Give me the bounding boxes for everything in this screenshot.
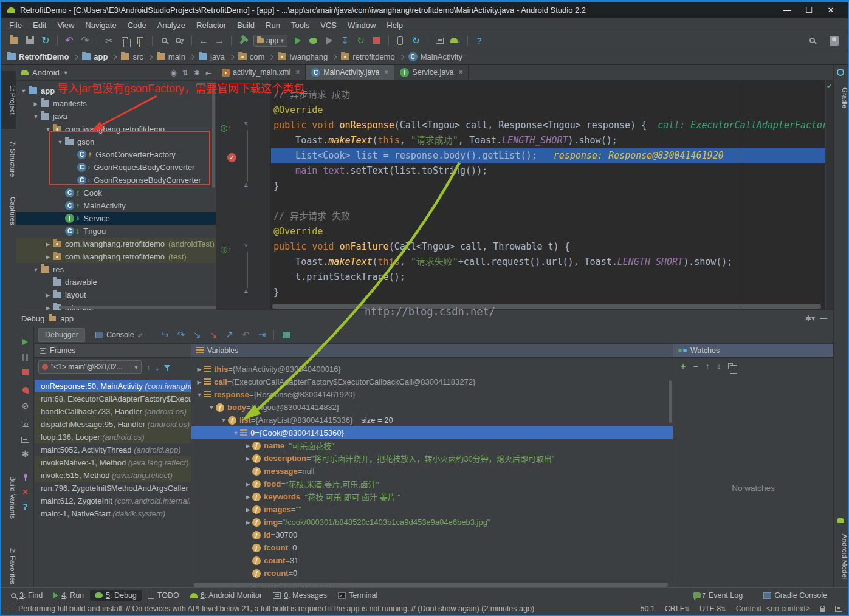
breadcrumb-retrofitdemo[interactable]: retrofitdemo — [341, 52, 394, 61]
paste-icon[interactable] — [135, 35, 146, 46]
variable-expand-arrow[interactable]: ▶ — [244, 507, 252, 513]
tool-strip-gradle[interactable]: Gradle — [834, 80, 848, 116]
debug-settings-gear-icon[interactable]: ✱▾ — [805, 314, 815, 323]
tool-strip----project[interactable]: 1: Project — [1, 71, 16, 129]
avd-icon[interactable] — [395, 35, 406, 46]
copy-icon[interactable] — [119, 35, 130, 46]
gear-icon[interactable]: ✱ — [194, 69, 200, 77]
variables-scrollbar-horizontal[interactable] — [194, 583, 668, 587]
inspection-status-icon[interactable]: ✔ — [827, 83, 832, 91]
variable-img[interactable]: ▶fimg = "/cook/080301/b848520c1403b1ca9d… — [191, 516, 673, 529]
help-icon[interactable]: ? — [16, 501, 34, 512]
variable-expand-arrow[interactable]: ▼ — [219, 417, 228, 423]
debug-minimize-icon[interactable]: — — [820, 314, 827, 323]
stack-frame[interactable]: invoke:515, Method (java.lang.reflect) — [35, 469, 191, 482]
tool-strip-android-model[interactable]: Android Model — [834, 528, 848, 586]
tree-item-drawable[interactable]: drawable — [16, 276, 216, 289]
menu-view[interactable]: View — [52, 19, 80, 31]
tree-expand-arrow[interactable]: ▶ — [43, 254, 53, 260]
tool-window-button-todo[interactable]: TODO — [143, 590, 184, 601]
code-line[interactable]: public void onFailure(Call<Tngou> call, … — [271, 239, 833, 255]
force-step-into-icon[interactable]: ↘ — [210, 329, 218, 340]
variable-expand-arrow[interactable]: ▼ — [195, 392, 204, 398]
debug-tab-debugger[interactable]: Debugger — [38, 328, 85, 342]
breadcrumb-main[interactable]: main — [157, 52, 185, 61]
tool-window-switcher-icon[interactable] — [7, 606, 13, 612]
variable-expand-arrow[interactable]: ▶ — [244, 481, 252, 487]
back-icon[interactable]: ← — [198, 35, 209, 46]
menu-build[interactable]: Build — [232, 19, 260, 31]
forward-icon[interactable]: → — [214, 35, 225, 46]
open-folder-icon[interactable] — [9, 35, 19, 46]
code-line[interactable]: t.printStackTrace(); — [271, 270, 833, 285]
tool-strip-build-variants[interactable]: Build Variants — [1, 460, 16, 536]
stack-frame[interactable]: loop:136, Looper (android.os) — [35, 431, 191, 443]
evaluate-expression-icon[interactable] — [283, 332, 290, 338]
tool-window-button-4--run[interactable]: 4: Run — [49, 590, 89, 601]
code-line[interactable] — [271, 194, 833, 209]
undo-icon[interactable]: ↶ — [64, 35, 75, 46]
fold-marker-top[interactable]: ▿ — [244, 120, 248, 128]
add-watch-icon[interactable]: + — [681, 361, 686, 371]
search-icon[interactable] — [806, 35, 817, 46]
find-icon[interactable] — [159, 35, 170, 46]
stack-frame[interactable]: main:-1, NativeStart (dalvik.system) — [35, 507, 191, 520]
variable-response[interactable]: ▼response = {Response@830041461920} — [191, 388, 673, 401]
save-icon[interactable] — [24, 35, 35, 46]
menu-window[interactable]: Window — [342, 19, 381, 31]
restart-icon[interactable]: ↻ — [356, 35, 366, 46]
run-to-cursor-icon[interactable]: ⇥ — [258, 329, 266, 340]
lock-icon[interactable] — [820, 608, 825, 612]
tree-expand-arrow[interactable]: ▶ — [43, 241, 53, 247]
tool-window-button-6--android-monitor[interactable]: 6: Android Monitor — [185, 590, 267, 601]
tree-item-com-iwanghang-retrofitdemo[interactable]: ▶com.iwanghang.retrofitdemo(androidTest) — [16, 238, 216, 250]
breadcrumb-java[interactable]: java — [199, 52, 225, 61]
stack-frame[interactable]: dispatchMessage:95, Handler (android.os) — [35, 418, 191, 431]
view-breakpoints-icon[interactable] — [16, 385, 34, 395]
tree-item-com-iwanghang-retrofitdemo[interactable]: ▶com.iwanghang.retrofitdemo(test) — [16, 250, 216, 263]
tree-expand-arrow[interactable]: ▶ — [43, 305, 53, 310]
tree-item-res[interactable]: ▼res — [16, 263, 216, 276]
move-watch-down-icon[interactable]: ↓ — [717, 361, 721, 371]
maximize-button[interactable]: ☐ — [798, 5, 820, 15]
caret-position[interactable]: 50:1 — [640, 604, 655, 613]
stack-frame[interactable]: main:612, ZygoteInit (com.android.intern… — [35, 495, 191, 507]
tool-strip-captures[interactable]: Captures — [1, 187, 16, 235]
code-line[interactable]: // 异步请求 成功 — [271, 87, 833, 103]
run-icon[interactable] — [292, 35, 303, 46]
tree-item-manifests[interactable]: ▶manifests — [16, 97, 216, 110]
thread-selector[interactable]: "<1> main"@830,02... ▾ — [38, 360, 142, 374]
coverage-icon[interactable] — [324, 35, 335, 46]
override-marker-icon[interactable]: I↑ — [221, 121, 232, 132]
build-icon[interactable] — [238, 35, 249, 46]
tool-strip----structure[interactable]: 7: Structure — [1, 126, 16, 193]
line-separator[interactable]: CRLF — [665, 604, 685, 613]
close-tab-icon[interactable]: × — [458, 68, 462, 77]
sdk-icon[interactable]: ↓ — [450, 35, 461, 46]
tool-window-button-gradle-console[interactable]: Gradle Console — [758, 590, 832, 601]
editor-scrollbar-horizontal[interactable] — [272, 304, 821, 309]
code-line[interactable]: @Override — [271, 103, 833, 118]
sync-icon[interactable]: ↻ — [40, 35, 51, 46]
pause-icon[interactable] — [16, 352, 34, 363]
mute-breakpoints-icon[interactable]: ⊘ — [16, 400, 34, 411]
tree-item-layout[interactable]: ▶layout — [16, 289, 216, 301]
variable-food[interactable]: ▶ffood = "花枝,米酒,姜片,可乐,卤汁" — [191, 477, 673, 490]
step-into-icon[interactable]: ↘ — [193, 329, 201, 340]
stack-frame[interactable]: invokeNative:-1, Method (java.lang.refle… — [35, 456, 191, 469]
variable-message[interactable]: fmessage = null — [191, 465, 673, 477]
menu-analyze[interactable]: Analyze — [152, 19, 191, 31]
code-line[interactable]: @Override — [271, 224, 833, 239]
tool-window-button-event-log[interactable]: 7Event Log — [688, 590, 748, 601]
override-marker-icon[interactable]: I↑ — [221, 243, 232, 254]
editor-tab-activity-main-xml[interactable]: xactivity_main.xml× — [216, 65, 306, 80]
help-icon[interactable]: ? — [474, 35, 485, 46]
fold-marker-bottom[interactable]: ▵ — [244, 180, 248, 188]
tree-item-gsonrequestbodyconverter[interactable]: C○GsonRequestBodyConverter — [16, 161, 216, 174]
thread-dropdown-caret[interactable]: ▾ — [131, 363, 138, 371]
stack-frame[interactable]: handleCallback:733, Handler (android.os) — [35, 405, 191, 418]
code-line[interactable]: List<Cook> list = response.body().getLis… — [271, 148, 833, 163]
variable-images[interactable]: ▶fimages = "" — [191, 503, 673, 516]
breadcrumb-mainactivity[interactable]: CMainActivity — [408, 52, 462, 61]
breadcrumb-app[interactable]: app — [82, 52, 108, 61]
